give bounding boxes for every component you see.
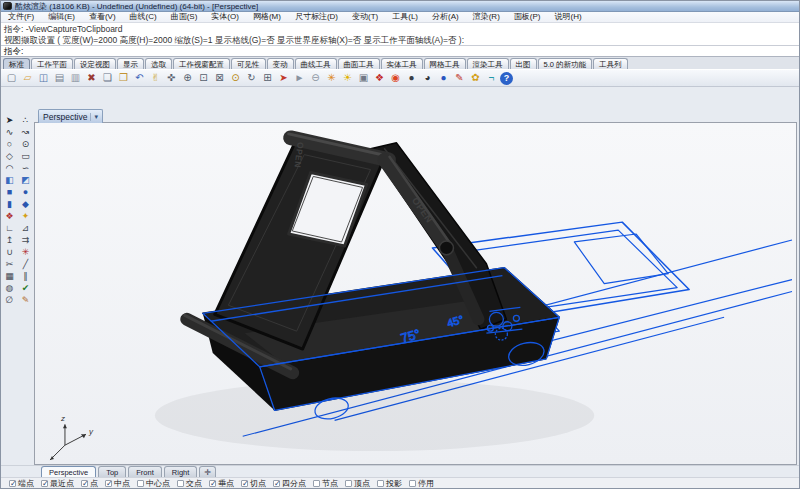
split-icon[interactable]: ╱ (18, 259, 33, 270)
checkbox[interactable] (137, 480, 144, 487)
chevron-down-icon[interactable]: ▾ (90, 113, 98, 121)
chamfer-icon[interactable]: ⊿ (18, 223, 33, 234)
osnap-toggle[interactable]: 顶点 (345, 478, 370, 489)
checkbox[interactable]: ✓ (81, 480, 88, 487)
osnap-toggle[interactable]: 节点 (313, 478, 338, 489)
print-icon[interactable]: ▤ (52, 71, 67, 85)
toolbar-tab[interactable]: 变动 (267, 58, 294, 69)
measure-icon[interactable]: ∅ (2, 295, 17, 306)
polyline-icon[interactable]: ◇ (2, 151, 17, 162)
menu-item[interactable]: 编辑(E) (41, 12, 82, 22)
toolbar-tab[interactable]: 曲线工具 (295, 58, 337, 69)
boolean-union-icon[interactable]: ❖ (2, 211, 17, 222)
annotate-pencil-icon[interactable]: ✎ (452, 71, 467, 85)
viewport-page-tab[interactable]: Perspective (41, 466, 96, 477)
lightbulb-icon[interactable]: ☀ (340, 71, 355, 85)
osnap-toggle[interactable]: ✓ 垂点 (209, 478, 234, 489)
checkbox[interactable]: ✓ (273, 480, 280, 487)
osnap-toggle[interactable]: ✓ 点 (81, 478, 98, 489)
command-prompt[interactable]: 指令: (1, 46, 799, 57)
save-icon[interactable]: ◫ (36, 71, 51, 85)
sparkle-icon[interactable]: ✳ (324, 71, 339, 85)
viewport-page-tab[interactable]: Top (98, 466, 126, 477)
checkbox[interactable]: ✓ (241, 480, 248, 487)
osnap-toggle[interactable]: ✓ 端点 (9, 478, 34, 489)
toolbar-tab[interactable]: 设定视图 (74, 58, 116, 69)
menu-item[interactable]: 渲染(R) (466, 12, 507, 22)
menu-item[interactable]: 网格(M) (246, 12, 288, 22)
solid-tools-icon[interactable]: ◆ (18, 199, 33, 210)
render-preview-icon[interactable]: ◕ (420, 71, 435, 85)
delete-icon[interactable]: ✖ (84, 71, 99, 85)
checkbox[interactable] (177, 480, 184, 487)
menu-item[interactable]: 变动(T) (345, 12, 385, 22)
checkbox[interactable] (409, 480, 416, 487)
toolbar-tab[interactable]: 工作视窗配置 (173, 58, 230, 69)
menu-item[interactable]: 尺寸标注(D) (288, 12, 345, 22)
toolbar-tab[interactable]: 渲染工具 (467, 58, 509, 69)
toolbar-tab[interactable]: 曲面工具 (338, 58, 380, 69)
curve-blend-icon[interactable]: ∽ (18, 163, 33, 174)
checkbox[interactable]: ✓ (41, 480, 48, 487)
toolbar-tab[interactable]: 网格工具 (424, 58, 466, 69)
toolbar-tab[interactable]: 标准 (3, 58, 30, 69)
notes-icon[interactable]: ✎ (18, 295, 33, 306)
undo-icon[interactable]: ↶ (132, 71, 147, 85)
title-bar[interactable]: 酷炫渲染 (18106 KB) - Undefined (Undefined) … (1, 1, 799, 12)
explode-icon[interactable]: ✳ (18, 247, 33, 258)
select-arrow-icon[interactable]: ➤ (2, 115, 17, 126)
toolbar-tab[interactable]: 5.0 的新功能 (538, 58, 593, 69)
pan-hand-icon[interactable]: ✌ (148, 71, 163, 85)
viewport-canvas[interactable]: OPEN OPEN (34, 122, 797, 465)
curve-boolean-icon[interactable]: ◍ (2, 283, 17, 294)
zoom-selected-icon[interactable]: ⊙ (228, 71, 243, 85)
osnap-toggle[interactable]: ✓ 最近点 (41, 478, 74, 489)
shaded-mode-icon[interactable]: ❖ (372, 71, 387, 85)
checkbox[interactable] (345, 480, 352, 487)
pipe-icon[interactable]: ∥ (18, 271, 33, 282)
move-icon[interactable]: ✜ (164, 71, 179, 85)
surface-icon[interactable]: ◧ (2, 175, 17, 186)
rotate-view-icon[interactable]: ↻ (244, 71, 259, 85)
menu-item[interactable]: 曲面(S) (164, 12, 205, 22)
toolbar-tab[interactable]: 实体工具 (381, 58, 423, 69)
open-folder-icon[interactable]: ▱ (20, 71, 35, 85)
viewport-title-tab[interactable]: Perspective ▾ (38, 109, 103, 123)
arc-icon[interactable]: ◠ (2, 163, 17, 174)
check-geometry-icon[interactable]: ✔ (18, 283, 33, 294)
control-point-curve-icon[interactable]: ∿ (2, 127, 17, 138)
checkbox[interactable]: ✓ (9, 480, 16, 487)
named-view-icon[interactable]: ➤ (276, 71, 291, 85)
toolbar-tab[interactable]: 显示 (117, 58, 144, 69)
ellipse-icon[interactable]: ⊙ (18, 139, 33, 150)
link-hook-icon[interactable]: ¬ (484, 71, 499, 85)
menu-item[interactable]: 分析(A) (425, 12, 466, 22)
checkbox[interactable] (313, 480, 320, 487)
circle-icon[interactable]: ○ (2, 139, 17, 150)
osnap-toggle[interactable]: 中心点 (137, 478, 170, 489)
osnap-toggle[interactable]: ✓ 切点 (241, 478, 266, 489)
toolbar-tab[interactable]: 可见性 (231, 58, 266, 69)
menu-item[interactable]: 工具(L) (385, 12, 425, 22)
copy-icon[interactable]: ❏ (100, 71, 115, 85)
menu-item[interactable]: 面板(P) (507, 12, 548, 22)
join-icon[interactable]: ∪ (2, 247, 17, 258)
box-solid-icon[interactable]: ■ (2, 187, 17, 198)
prev-view-icon[interactable]: ► (292, 71, 307, 85)
viewport-layout-icon[interactable]: ⊞ (260, 71, 275, 85)
points-icon[interactable]: ∴ (18, 115, 33, 126)
sphere-solid-icon[interactable]: ● (18, 187, 33, 198)
viewport-page-tab[interactable]: Right (164, 466, 198, 477)
zoom-extents-icon[interactable]: ⊠ (212, 71, 227, 85)
zoom-dynamic-icon[interactable]: ⊕ (180, 71, 195, 85)
offset-icon[interactable]: ⇉ (18, 235, 33, 246)
checkbox[interactable]: ✓ (209, 480, 216, 487)
toolbar-tab[interactable]: 出图 (510, 58, 537, 69)
trim-icon[interactable]: ✂ (2, 259, 17, 270)
new-viewport-tab-button[interactable]: ✛ (199, 466, 216, 477)
rectangle-icon[interactable]: ▭ (18, 151, 33, 162)
osnap-toggle[interactable]: 投影 (377, 478, 402, 489)
toolbar-tab[interactable]: 工具列 (593, 58, 628, 69)
checkbox[interactable] (377, 480, 384, 487)
command-history[interactable]: 指令: -ViewCaptureToClipboard 视图撷取设置 ( 宽度(… (1, 23, 799, 46)
